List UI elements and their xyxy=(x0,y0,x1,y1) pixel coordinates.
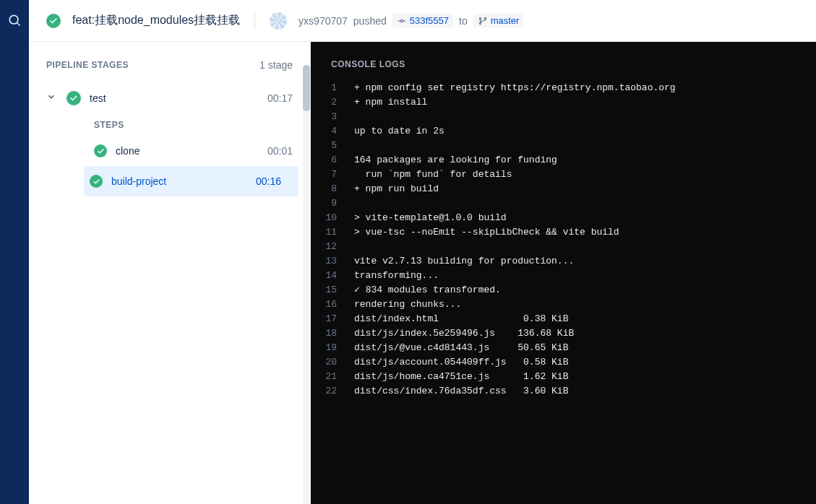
log-text: + npm config set registry https://regist… xyxy=(354,81,676,95)
log-line: 20dist/js/account.054409ff.js 0.58 KiB xyxy=(311,355,816,370)
log-line: 1+ npm config set registry https://regis… xyxy=(311,81,816,95)
log-line: 17dist/index.html 0.38 KiB xyxy=(311,312,816,326)
log-line: 21dist/js/home.ca4751ce.js 1.62 KiB xyxy=(311,370,816,384)
log-line: 10> vite-template@1.0.0 build xyxy=(311,211,816,225)
step-duration: 00:16 xyxy=(256,175,281,187)
line-number: 14 xyxy=(311,269,354,283)
step-status-icon xyxy=(90,175,103,188)
pipeline-sidebar: PIPELINE STAGES 1 stage test 00:17 STEPS… xyxy=(29,42,311,504)
divider xyxy=(254,12,255,30)
log-line: 22dist/css/index.76da35df.css 3.60 KiB xyxy=(311,384,816,399)
log-line: 15✓ 834 modules transformed. xyxy=(311,283,816,297)
log-line: 14transforming... xyxy=(311,269,816,283)
svg-line-1 xyxy=(17,23,20,26)
svg-point-6 xyxy=(484,17,486,19)
status-success-icon xyxy=(46,14,61,28)
left-nav xyxy=(0,0,29,504)
line-number: 13 xyxy=(311,254,354,269)
line-number: 3 xyxy=(311,110,354,124)
line-number: 1 xyxy=(311,81,354,95)
svg-point-7 xyxy=(479,22,481,24)
action-label: pushed xyxy=(353,15,387,27)
log-line: 18dist/js/index.5e259496.js 136.68 KiB xyxy=(311,326,816,341)
line-number: 17 xyxy=(311,312,354,326)
author-name[interactable]: yxs970707 xyxy=(299,15,348,27)
branch-icon xyxy=(478,16,488,26)
log-text: + npm run build xyxy=(354,182,439,196)
line-number: 16 xyxy=(311,297,354,312)
step-row-clone[interactable]: clone00:01 xyxy=(29,136,310,166)
to-label: to xyxy=(459,15,468,27)
line-number: 10 xyxy=(311,211,354,225)
log-line: 12 xyxy=(311,240,816,254)
line-number: 18 xyxy=(311,326,354,341)
log-text: rendering chunks... xyxy=(354,297,461,312)
log-line: 9 xyxy=(311,196,816,211)
line-number: 5 xyxy=(311,139,354,153)
line-number: 9 xyxy=(311,196,354,211)
line-number: 15 xyxy=(311,283,354,297)
log-line: 4up to date in 2s xyxy=(311,124,816,139)
commit-title: feat:挂载node_modules挂载挂载 xyxy=(72,13,240,28)
header: feat:挂载node_modules挂载挂载 yxs970707 pushed… xyxy=(29,0,816,42)
log-text: 164 packages are looking for funding xyxy=(354,153,557,168)
line-number: 2 xyxy=(311,95,354,110)
stage-count: 1 stage xyxy=(259,59,293,71)
log-text: vite v2.7.13 building for production... xyxy=(354,254,574,269)
line-number: 21 xyxy=(311,370,354,384)
log-line: 2+ npm install xyxy=(311,95,816,110)
log-text: dist/js/account.054409ff.js 0.58 KiB xyxy=(354,355,568,370)
line-number: 6 xyxy=(311,153,354,168)
log-text: run `npm fund` for details xyxy=(354,168,512,182)
log-line: 6164 packages are looking for funding xyxy=(311,153,816,168)
line-number: 7 xyxy=(311,168,354,182)
log-line: 11> vue-tsc --noEmit --skipLibCheck && v… xyxy=(311,225,816,240)
line-number: 11 xyxy=(311,225,354,240)
log-text: dist/js/home.ca4751ce.js 1.62 KiB xyxy=(354,370,568,384)
avatar[interactable] xyxy=(270,12,287,30)
log-text: ✓ 834 modules transformed. xyxy=(354,283,501,297)
steps-label: STEPS xyxy=(29,114,310,136)
branch-badge[interactable]: master xyxy=(473,14,524,27)
console-body[interactable]: 1+ npm config set registry https://regis… xyxy=(311,78,816,504)
scrollbar[interactable] xyxy=(303,65,310,504)
log-line: 16rendering chunks... xyxy=(311,297,816,312)
main-area: feat:挂载node_modules挂载挂载 yxs970707 pushed… xyxy=(29,0,816,504)
commit-badge[interactable]: 533f5557 xyxy=(392,14,453,27)
svg-point-0 xyxy=(9,15,18,24)
push-info: yxs970707 pushed 533f5557 to master xyxy=(299,14,523,27)
stage-status-icon xyxy=(66,91,81,105)
pipeline-title: PIPELINE STAGES xyxy=(46,60,129,70)
commit-icon xyxy=(397,16,407,26)
log-line: 8+ npm run build xyxy=(311,182,816,196)
log-text: dist/js/index.5e259496.js 136.68 KiB xyxy=(354,326,574,341)
line-number: 22 xyxy=(311,384,354,399)
log-text: dist/css/index.76da35df.css 3.60 KiB xyxy=(354,384,568,399)
stage-row[interactable]: test 00:17 xyxy=(29,82,310,114)
line-number: 19 xyxy=(311,341,354,355)
line-number: 12 xyxy=(311,240,354,254)
step-name: clone xyxy=(116,145,259,157)
console-title: CONSOLE LOGS xyxy=(311,42,816,78)
log-text: transforming... xyxy=(354,269,439,283)
log-line: 3 xyxy=(311,110,816,124)
log-text: + npm install xyxy=(354,95,427,110)
step-status-icon xyxy=(94,144,107,157)
svg-point-5 xyxy=(479,17,481,19)
branch-name: master xyxy=(491,15,520,26)
log-line: 13vite v2.7.13 building for production..… xyxy=(311,254,816,269)
stage-name: test xyxy=(90,92,259,104)
search-icon[interactable] xyxy=(0,6,29,35)
line-number: 20 xyxy=(311,355,354,370)
log-text: up to date in 2s xyxy=(354,124,444,139)
pipeline-header: PIPELINE STAGES 1 stage xyxy=(29,42,310,82)
scrollbar-thumb[interactable] xyxy=(303,65,310,111)
log-text: > vite-template@1.0.0 build xyxy=(354,211,507,225)
step-row-build-project[interactable]: build-project00:16 xyxy=(84,166,299,196)
stage-duration: 00:17 xyxy=(267,92,293,104)
log-line: 5 xyxy=(311,139,816,153)
log-line: 19dist/js/@vue.c4d81443.js 50.65 KiB xyxy=(311,341,816,355)
step-duration: 00:01 xyxy=(267,145,293,157)
svg-point-2 xyxy=(400,19,403,22)
console-panel: CONSOLE LOGS 1+ npm config set registry … xyxy=(311,42,816,504)
